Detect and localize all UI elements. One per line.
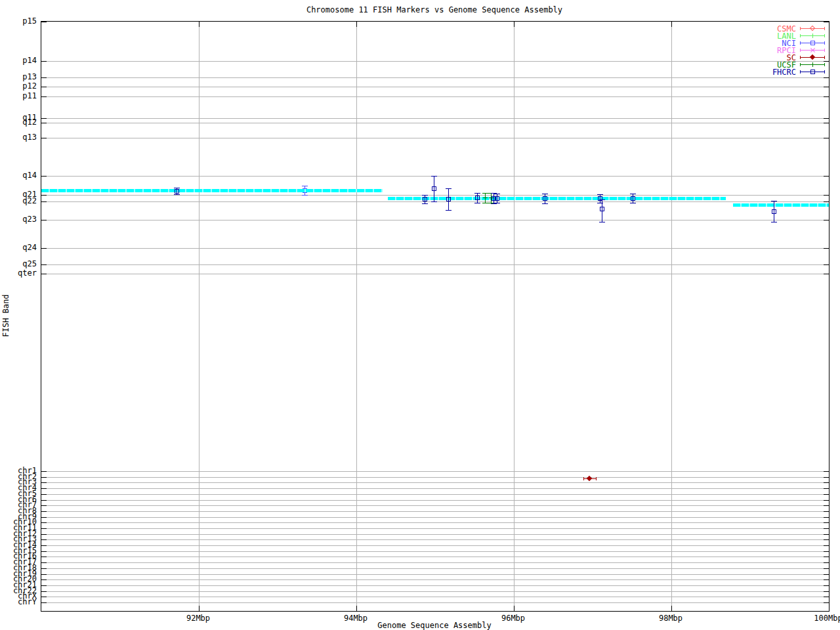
error-bar-cap [446, 210, 452, 211]
error-bar-cap [431, 176, 437, 177]
y-axis-label: p15 [0, 18, 37, 24]
h-gridline [41, 482, 829, 483]
y-axis-tick-right [824, 274, 829, 274]
legend-sample [800, 61, 825, 68]
legend-sample-cap [824, 27, 825, 30]
legend-row: FHCRC [762, 68, 825, 75]
y-axis-label: q12 [0, 119, 37, 125]
legend-sample-cap [824, 70, 825, 74]
y-axis-tick-left [41, 488, 47, 489]
y-axis-label: q22 [0, 198, 37, 204]
y-axis-tick-left [41, 568, 47, 569]
tick-marker [812, 33, 813, 38]
error-bar-cap [771, 222, 777, 222]
y-axis-label: p12 [0, 83, 37, 89]
h-gridline [41, 597, 829, 597]
h-gridline [41, 220, 829, 220]
square-marker [810, 70, 815, 74]
y-axis-tick-right [824, 77, 829, 78]
plot-area: CSMCLANLNCIRPCISCUCSFFHCRC [41, 21, 830, 612]
legend-sample [800, 25, 825, 32]
diamond-marker [810, 54, 815, 60]
error-bar-cap [446, 188, 452, 189]
assembly-band [733, 203, 829, 207]
y-axis-label: q23 [0, 216, 37, 222]
error-bar-cap [474, 203, 480, 203]
x-axis-tick-top [829, 22, 830, 27]
y-axis-tick-left [41, 77, 47, 78]
y-axis-tick-right [824, 562, 829, 563]
legend-label: SC [762, 54, 796, 61]
y-axis-tick-right [824, 118, 829, 119]
error-bar-cap [302, 195, 308, 196]
plus-marker [485, 196, 486, 200]
legend-label: FHCRC [762, 69, 796, 75]
error-bar-cap [422, 203, 428, 204]
error-bar-cap [542, 203, 548, 204]
legend-sample [800, 47, 825, 54]
x-axis-tick-top [671, 22, 672, 27]
legend-sample-cap [800, 49, 801, 52]
y-axis-tick-right [824, 138, 829, 138]
y-axis-tick-left [41, 176, 47, 177]
error-bar-cap [474, 193, 480, 194]
square-marker [810, 41, 815, 45]
h-gridline [41, 61, 829, 62]
h-gridline [41, 494, 829, 495]
y-axis-tick-left [41, 61, 47, 62]
h-gridline [41, 539, 829, 540]
error-bar-cap [494, 203, 500, 203]
y-axis-tick-right [824, 87, 829, 87]
h-gridline [41, 591, 829, 592]
legend-sample-cap [824, 41, 825, 45]
h-gridline [41, 534, 829, 535]
legend-sample-cap [800, 70, 801, 74]
x-axis-tick-top [356, 22, 357, 27]
h-gridline [41, 574, 829, 575]
h-gridline [41, 551, 829, 552]
y-axis-tick-right [824, 22, 829, 22]
legend-sample-cap [800, 27, 801, 30]
legend-label: UCSF [762, 62, 796, 68]
x-axis-tick-bottom [199, 606, 200, 611]
legend-sample [800, 68, 825, 75]
v-gridline [356, 22, 357, 611]
y-axis-tick-left [41, 22, 47, 22]
square-marker [600, 207, 604, 211]
y-axis-label: p11 [0, 93, 37, 99]
y-axis-tick-right [824, 591, 829, 592]
y-axis-tick-left [41, 477, 47, 478]
y-axis-tick-left [41, 597, 47, 597]
y-axis-tick-left [41, 556, 47, 557]
y-axis-label: q24 [0, 244, 37, 251]
h-gridline [41, 602, 829, 603]
h-gridline [41, 545, 829, 546]
y-axis-tick-left [41, 511, 47, 512]
legend-sample-cap [824, 56, 825, 59]
error-bar-cap [596, 477, 597, 480]
y-axis-tick-right [824, 176, 829, 177]
error-bar-cap [542, 194, 548, 194]
h-gridline [41, 500, 829, 501]
y-axis-tick-left [41, 579, 47, 580]
y-axis-tick-right [824, 568, 829, 569]
y-axis-tick-left [41, 551, 47, 552]
error-bar-cap [422, 195, 428, 196]
legend-sample-cap [824, 63, 825, 66]
error-bar-cap [597, 194, 603, 195]
error-bar-cap [494, 194, 500, 194]
y-axis-tick-left [41, 96, 47, 97]
y-axis-tick-left [41, 220, 47, 220]
y-axis-tick-right [824, 579, 829, 580]
error-bar-cap [630, 194, 636, 194]
h-gridline [41, 138, 829, 138]
h-gridline [41, 118, 829, 119]
diamond-marker [810, 26, 815, 31]
y-axis-tick-left [41, 118, 47, 119]
square-marker [495, 196, 499, 201]
square-marker [475, 196, 480, 200]
y-axis-label: p14 [0, 57, 37, 64]
y-axis-tick-left [41, 264, 47, 265]
h-gridline [41, 87, 829, 87]
y-axis-tick-left [41, 517, 47, 518]
